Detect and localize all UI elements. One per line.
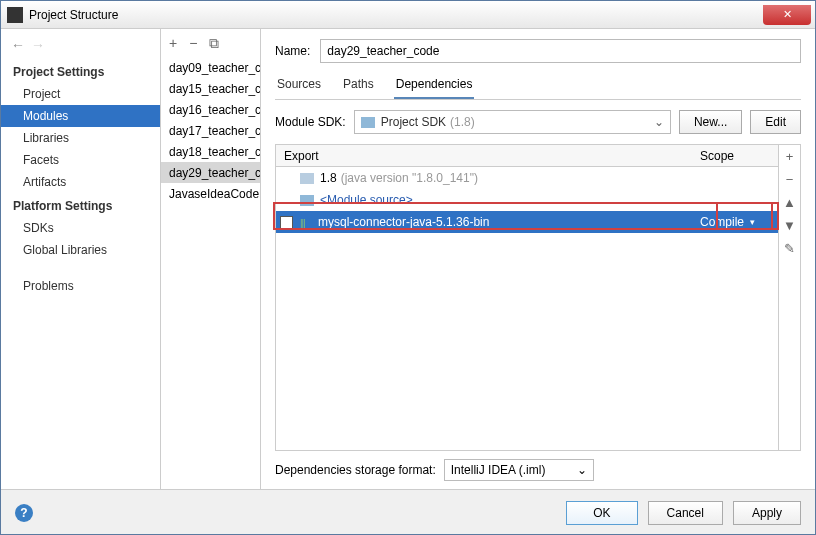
- nav-global-libraries[interactable]: Global Libraries: [1, 239, 160, 261]
- ok-button[interactable]: OK: [566, 501, 637, 525]
- chevron-down-icon: ⌄: [577, 463, 587, 477]
- back-arrow-icon[interactable]: ←: [11, 37, 25, 53]
- folder-icon: [300, 195, 314, 206]
- module-list-column: + − ⧉ day09_teacher_codeday15_teacher_co…: [161, 29, 261, 489]
- dep-row-jdk[interactable]: 1.8 (java version "1.8.0_141"): [276, 167, 778, 189]
- module-name-input[interactable]: [320, 39, 801, 63]
- chevron-down-icon: ▾: [750, 217, 755, 227]
- apply-button[interactable]: Apply: [733, 501, 801, 525]
- nav-modules[interactable]: Modules: [1, 105, 160, 127]
- add-dependency-icon[interactable]: +: [786, 149, 794, 164]
- module-item-label: day29_teacher_code: [169, 166, 260, 180]
- chevron-down-icon: ⌄: [654, 115, 664, 129]
- nav-project[interactable]: Project: [1, 83, 160, 105]
- dependencies-table: Export Scope 1.8 (java version "1.8.0_14…: [276, 145, 778, 450]
- remove-module-icon[interactable]: −: [189, 35, 197, 51]
- module-item[interactable]: day18_teacher_code: [161, 141, 260, 162]
- app-icon: [7, 7, 23, 23]
- footer: ? OK Cancel Apply: [1, 489, 815, 535]
- jdk-hint: (java version "1.8.0_141"): [341, 171, 478, 185]
- tab-dependencies[interactable]: Dependencies: [394, 73, 475, 99]
- module-item[interactable]: day17_teacher_code: [161, 120, 260, 141]
- move-up-icon[interactable]: ▲: [783, 195, 796, 210]
- section-project-settings: Project Settings: [1, 59, 160, 83]
- tab-paths[interactable]: Paths: [341, 73, 376, 99]
- module-detail: Name: Sources Paths Dependencies Module …: [261, 29, 815, 489]
- sdk-hint: (1.8): [450, 115, 475, 129]
- add-module-icon[interactable]: +: [169, 35, 177, 51]
- edit-dependency-icon[interactable]: ✎: [784, 241, 795, 256]
- dependency-toolbar: + − ▲ ▼ ✎: [778, 145, 800, 450]
- dep-row-module-source[interactable]: <Module source>: [276, 189, 778, 211]
- scope-value: Compile: [700, 215, 744, 229]
- export-checkbox[interactable]: [280, 216, 293, 229]
- scope-header: Scope: [700, 149, 778, 163]
- module-source-label: <Module source>: [320, 193, 413, 207]
- module-item-label: day18_teacher_code: [169, 145, 260, 159]
- module-item[interactable]: day29_teacher_code: [161, 162, 260, 183]
- module-item-label: day09_teacher_code: [169, 61, 260, 75]
- module-item-label: day16_teacher_code: [169, 103, 260, 117]
- content: ← → Project Settings Project Modules Lib…: [1, 29, 815, 489]
- storage-value: IntelliJ IDEA (.iml): [451, 463, 546, 477]
- module-list: day09_teacher_codeday15_teacher_codeday1…: [161, 57, 260, 489]
- module-sdk-label: Module SDK:: [275, 115, 346, 129]
- new-sdk-button[interactable]: New...: [679, 110, 742, 134]
- remove-dependency-icon[interactable]: −: [786, 172, 794, 187]
- module-item-label: day17_teacher_code: [169, 124, 260, 138]
- name-label: Name:: [275, 44, 310, 58]
- cancel-button[interactable]: Cancel: [648, 501, 723, 525]
- edit-sdk-button[interactable]: Edit: [750, 110, 801, 134]
- close-button[interactable]: ✕: [763, 5, 811, 25]
- move-down-icon[interactable]: ▼: [783, 218, 796, 233]
- tab-sources[interactable]: Sources: [275, 73, 323, 99]
- folder-icon: [361, 117, 375, 128]
- scope-select[interactable]: Compile ▾: [700, 215, 778, 229]
- nav-problems[interactable]: Problems: [1, 275, 160, 297]
- copy-module-icon[interactable]: ⧉: [209, 35, 219, 52]
- export-header: Export: [276, 149, 332, 163]
- window-title: Project Structure: [29, 8, 763, 22]
- module-item[interactable]: day09_teacher_code: [161, 57, 260, 78]
- section-platform-settings: Platform Settings: [1, 193, 160, 217]
- sdk-value: Project SDK: [381, 115, 446, 129]
- module-item-label: day15_teacher_code: [169, 82, 260, 96]
- storage-label: Dependencies storage format:: [275, 463, 436, 477]
- library-icon: [300, 216, 312, 228]
- library-name: mysql-connector-java-5.1.36-bin: [318, 215, 489, 229]
- dep-row-library[interactable]: mysql-connector-java-5.1.36-bin Compile …: [276, 211, 778, 233]
- nav-facets[interactable]: Facets: [1, 149, 160, 171]
- dependencies-area: Export Scope 1.8 (java version "1.8.0_14…: [275, 144, 801, 451]
- jdk-label: 1.8: [320, 171, 337, 185]
- nav-artifacts[interactable]: Artifacts: [1, 171, 160, 193]
- nav-sdks[interactable]: SDKs: [1, 217, 160, 239]
- titlebar: Project Structure ✕: [1, 1, 815, 29]
- forward-arrow-icon: →: [31, 37, 45, 53]
- module-item[interactable]: JavaseIdeaCodeDen: [161, 183, 260, 204]
- left-nav: ← → Project Settings Project Modules Lib…: [1, 29, 161, 489]
- module-item[interactable]: day15_teacher_code: [161, 78, 260, 99]
- storage-format-select[interactable]: IntelliJ IDEA (.iml) ⌄: [444, 459, 594, 481]
- module-item-label: JavaseIdeaCodeDen: [169, 187, 260, 201]
- folder-icon: [300, 173, 314, 184]
- help-icon[interactable]: ?: [15, 504, 33, 522]
- module-sdk-select[interactable]: Project SDK (1.8) ⌄: [354, 110, 671, 134]
- nav-libraries[interactable]: Libraries: [1, 127, 160, 149]
- module-item[interactable]: day16_teacher_code: [161, 99, 260, 120]
